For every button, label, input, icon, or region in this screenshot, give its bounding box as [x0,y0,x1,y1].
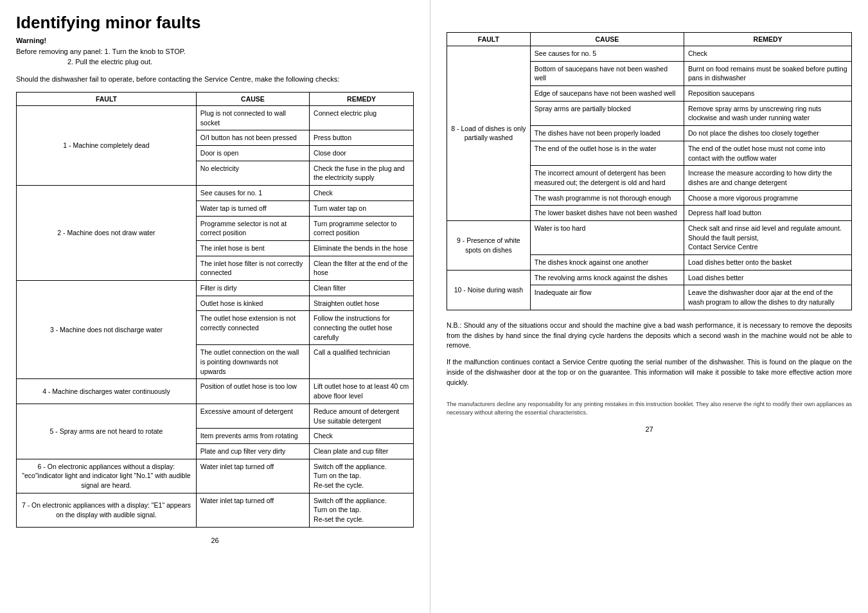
remedy-cell: Turn programme selector to correct posit… [310,216,414,240]
page-number-left: 26 [16,537,414,544]
warning-section: Warning! Before removing any panel: 1. T… [16,35,414,67]
remedy-cell: Leave the dishwasher door ajar at the en… [684,285,852,310]
warning-line-2: 2. Pull the electric plug out. [16,57,414,67]
page-right: FAULT CAUSE REMEDY 8 - Load of dishes is… [430,0,868,613]
col-remedy-right: REMEDY [684,33,852,46]
remedy-cell: The end of the outlet hose must not come… [684,141,852,165]
remedy-cell: Lift outlet hose to at least 40 cm above… [310,379,414,404]
remedy-cell: Choose a more vigorous programme [684,190,852,206]
cause-cell: The lower basket dishes have not been wa… [530,206,684,221]
cause-cell: Water tap is turned off [196,200,309,216]
nb-paragraph-1: N.B.: Should any of the situations occur… [447,321,852,351]
cause-cell: Bottom of saucepans have not been washed… [530,61,684,85]
cause-cell: Water inlet tap turned off [196,493,309,527]
fault-cell: 5 - Spray arms are not heard to rotate [17,404,197,459]
cause-cell: Excessive amount of detergent [196,404,309,428]
fault-cell: 7 - On electronic appliances with a disp… [17,493,197,527]
remedy-cell: Depress half load button [684,206,852,221]
fault-cell: 4 - Machine discharges water continuousl… [17,379,197,404]
remedy-cell: Eliminate the bends in the hose [310,240,414,256]
nb-section: N.B.: Should any of the situations occur… [447,321,852,388]
cause-cell: Plug is not connected to wall socket [196,106,309,130]
fault-table-right: FAULT CAUSE REMEDY 8 - Load of dishes is… [447,32,852,310]
cause-cell: The incorrect amount of detergent has be… [530,166,684,190]
cause-cell: Filter is dirty [196,280,309,296]
cause-cell: Programme selector is not at correct pos… [196,216,309,240]
remedy-cell: Increase the measure according to how di… [684,166,852,190]
remedy-cell: Reposition saucepans [684,86,852,102]
remedy-cell: Straighten outlet hose [310,296,414,311]
cause-cell: See causes for no. 5 [530,46,684,62]
cause-cell: O/I button has not been pressed [196,130,309,146]
cause-cell: No electricity [196,161,309,185]
remedy-cell: Check salt and rinse aid level and regul… [684,220,852,254]
remedy-cell: Burnt on food remains must be soaked bef… [684,61,852,85]
cause-cell: Edge of saucepans have not been washed w… [530,86,684,102]
remedy-cell: Switch off the appliance.Turn on the tap… [310,493,414,527]
cause-cell: The outlet connection on the wall is poi… [196,345,309,379]
cause-cell: Water inlet tap turned off [196,459,309,493]
cause-cell: The revolving arms knock against the dis… [530,270,684,285]
remedy-cell: Remove spray arms by unscrewing ring nut… [684,101,852,125]
remedy-cell: Turn water tap on [310,200,414,216]
cause-cell: Door is open [196,146,309,161]
warning-title: Warning! [16,37,46,44]
cause-cell: The end of the outlet hose is in the wat… [530,141,684,165]
col-cause-right: CAUSE [530,33,684,46]
remedy-cell: Clean filter [310,280,414,296]
cause-cell: The dishes knock against one another [530,255,684,271]
cause-cell: The wash programme is not thorough enoug… [530,190,684,206]
nb-paragraph-2: If the malfunction continues contact a S… [447,357,852,387]
cause-cell: Outlet hose is kinked [196,296,309,311]
cause-cell: The inlet hose filter is not correctly c… [196,256,309,280]
fault-table-left: FAULT CAUSE REMEDY 1 - Machine completel… [16,92,414,528]
col-fault-left: FAULT [17,93,197,106]
remedy-cell: Close door [310,146,414,161]
disclaimer: The manufacturers decline any responsabi… [447,400,852,416]
remedy-cell: Check [684,46,852,62]
intro-text: Should the dishwasher fail to operate, b… [16,74,414,85]
remedy-cell: Switch off the appliance.Turn on the tap… [310,459,414,493]
page-left: Identifying minor faults Warning! Before… [0,0,430,613]
cause-cell: Spray arms are partially blocked [530,101,684,125]
cause-cell: Position of outlet hose is too low [196,379,309,404]
fault-cell: 9 - Presence of white spots on dishes [447,220,531,270]
page-number-right: 27 [447,425,852,433]
col-fault-right: FAULT [447,33,531,46]
remedy-cell: Check [310,429,414,444]
col-remedy-left: REMEDY [310,93,414,106]
fault-cell: 1 - Machine completely dead [17,106,197,186]
remedy-cell: Connect electric plug [310,106,414,130]
remedy-cell: Check the fuse in the plug and the elect… [310,161,414,185]
cause-cell: The outlet hose extension is not correct… [196,311,309,345]
remedy-cell: Clean the filter at the end of the hose [310,256,414,280]
fault-cell: 8 - Load of dishes is only partially was… [447,46,531,221]
warning-line-1: Before removing any panel: 1. Turn the k… [16,46,414,57]
cause-cell: See causes for no. 1 [196,186,309,201]
fault-cell: 3 - Machine does not discharge water [17,280,197,379]
remedy-cell: Call a qualified technician [310,345,414,379]
remedy-cell: Reduce amount of detergent Use suitable … [310,404,414,428]
remedy-cell: Load dishes better onto the basket [684,255,852,271]
fault-cell: 6 - On electronic appliances without a d… [17,459,197,493]
remedy-cell: Check [310,186,414,201]
remedy-cell: Do not place the dishes too closely toge… [684,126,852,141]
col-cause-left: CAUSE [196,93,309,106]
remedy-cell: Load dishes better [684,270,852,285]
cause-cell: Plate and cup filter very dirty [196,443,309,459]
fault-cell: 2 - Machine does not draw water [17,186,197,281]
cause-cell: Item prevents arms from rotating [196,429,309,444]
cause-cell: Inadequate air flow [530,285,684,310]
remedy-cell: Follow the instructions for connecting t… [310,311,414,345]
cause-cell: Water is too hard [530,220,684,254]
cause-cell: The dishes have not been properly loaded [530,126,684,141]
cause-cell: The inlet hose is bent [196,240,309,256]
remedy-cell: Clean plate and cup filter [310,443,414,459]
page-title: Identifying minor faults [16,13,414,33]
fault-cell: 10 - Noise during wash [447,270,531,310]
remedy-cell: Press button [310,130,414,146]
